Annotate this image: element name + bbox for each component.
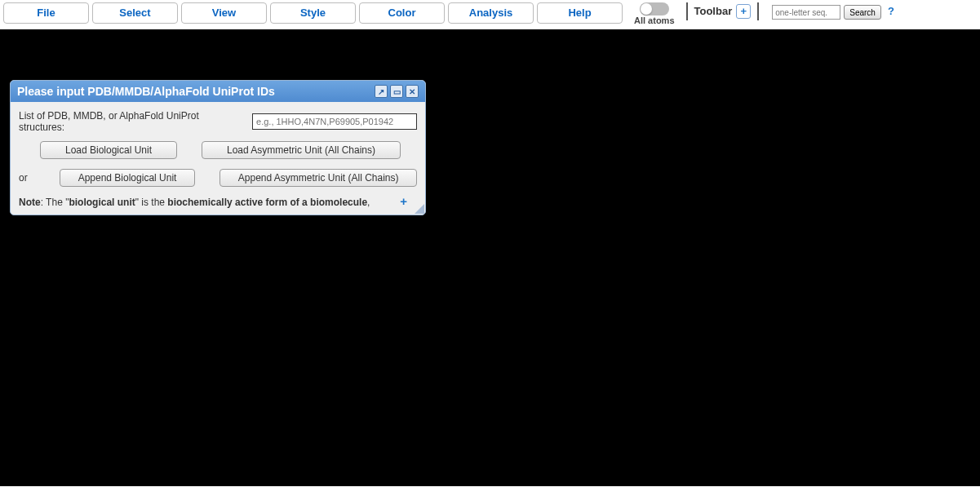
menu-help[interactable]: Help [537,2,623,24]
or-label: or [19,172,35,184]
load-biological-unit-button[interactable]: Load Biological Unit [40,141,177,159]
menu-select[interactable]: Select [92,2,178,24]
append-biological-unit-button[interactable]: Append Biological Unit [60,169,196,187]
note-text: Note: The "biological unit" is the bioch… [19,197,417,208]
toggle-knob [641,3,652,15]
append-asymmetric-unit-button[interactable]: Append Asymmetric Unit (All Chains) [220,169,417,187]
dialog-title-text: Please input PDB/MMDB/AlphaFold UniProt … [17,85,372,98]
search-help-icon[interactable]: ? [888,5,894,17]
divider [757,2,759,20]
dialog-titlebar[interactable]: Please input PDB/MMDB/AlphaFold UniProt … [11,81,425,102]
resize-grip[interactable] [415,204,424,214]
dialog-body: List of PDB, MMDB, or AlphaFold UniProt … [11,102,425,215]
atoms-toggle-label: All atoms [634,15,675,25]
popout-icon[interactable]: ↗ [375,85,388,98]
expand-note-icon[interactable]: + [400,194,407,208]
toolbar-label: Toolbar [694,2,733,17]
viewer-canvas[interactable]: Please input PDB/MMDB/AlphaFold UniProt … [0,29,980,486]
id-list-input[interactable] [252,113,417,130]
load-asymmetric-unit-button[interactable]: Load Asymmetric Unit (All Chains) [202,141,401,159]
menu-analysis[interactable]: Analysis [448,2,534,24]
close-icon[interactable]: ✕ [406,85,419,98]
menu-view[interactable]: View [181,2,267,24]
input-ids-dialog: Please input PDB/MMDB/AlphaFold UniProt … [10,80,426,215]
atoms-toggle-wrap: All atoms [629,2,680,25]
right-toolbar: All atoms Toolbar + Search ? [629,2,894,25]
menu-file[interactable]: File [3,2,89,24]
id-list-label: List of PDB, MMDB, or AlphaFold UniProt … [19,110,247,133]
menu-color[interactable]: Color [359,2,445,24]
menu-bar: File Select View Style Color Analysis He… [0,0,980,29]
atoms-toggle[interactable] [640,2,669,15]
divider [686,2,688,20]
search-button[interactable]: Search [844,5,881,20]
sequence-input[interactable] [772,5,840,20]
menu-style[interactable]: Style [270,2,356,24]
toolbar-add-button[interactable]: + [736,4,751,19]
minimize-icon[interactable]: ▭ [390,85,403,98]
